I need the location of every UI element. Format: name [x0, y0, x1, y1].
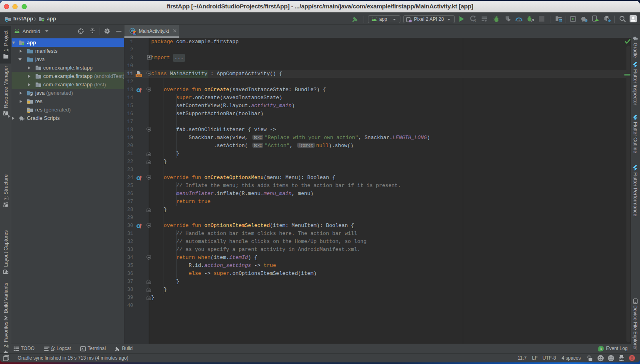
svg-text:A: A	[473, 18, 476, 22]
svg-text:<>: <>	[137, 74, 141, 78]
svg-text:1: 1	[600, 346, 602, 351]
